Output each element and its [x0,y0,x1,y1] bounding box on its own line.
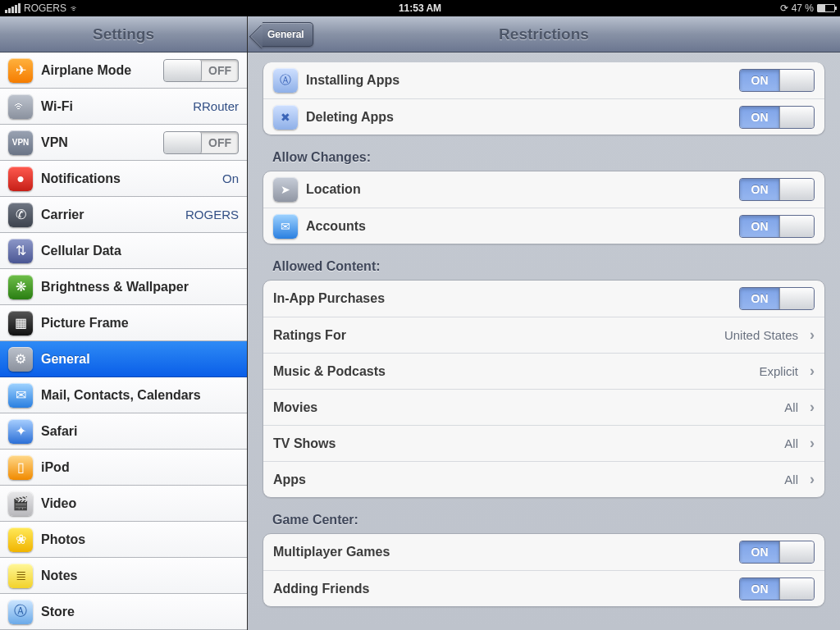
clock: 11:53 AM [399,2,441,14]
sidebar-item-carrier[interactable]: ✆ Carrier ROGERS [0,197,247,233]
cell-installing-apps[interactable]: Ⓐ Installing Apps ON [263,62,824,98]
detail-nav: General Restrictions [248,16,840,52]
store-icon: Ⓐ [8,600,33,624]
chevron-right-icon: › [810,363,815,380]
sidebar-item-notifications[interactable]: ● Notifications On [0,161,247,197]
cell-ratings-for[interactable]: Ratings For United States › [263,317,824,353]
cell-label: In-App Purchases [273,291,731,306]
cell-label: Adding Friends [273,582,731,596]
delete-apps-icon: ✖ [273,105,298,130]
sidebar-item-vpn[interactable]: VPN VPN OFF [0,125,247,161]
toggle-location[interactable]: ON [739,178,815,201]
cell-label: Location [306,182,731,197]
gear-icon: ⚙ [8,347,33,372]
toggle-installing-apps[interactable]: ON [739,69,815,92]
toggle-in-app-purchases[interactable]: ON [739,287,815,310]
battery-percent: 47 % [792,2,814,14]
wifi-settings-icon: ᯤ [8,94,33,119]
cell-music-podcasts[interactable]: Music & Podcasts Explicit › [263,353,824,389]
sidebar-item-label: Cellular Data [41,244,239,258]
cell-label: TV Shows [273,436,776,451]
wifi-value: RRouter [193,99,239,113]
notifications-value: On [222,171,239,185]
cell-multiplayer-games[interactable]: Multiplayer Games ON [263,534,824,570]
sidebar-item-airplane[interactable]: ✈ Airplane Mode OFF [0,52,247,89]
photos-icon: ❀ [8,527,33,552]
cell-in-app-purchases[interactable]: In-App Purchases ON [263,281,824,317]
sidebar-item-brightness[interactable]: ❋ Brightness & Wallpaper [0,269,247,305]
settings-sidebar: Settings ✈ Airplane Mode OFF ᯤ Wi-Fi RRo… [0,16,248,630]
appstore-icon: Ⓐ [273,68,298,93]
cell-value: All [784,436,798,450]
sidebar-item-label: Mail, Contacts, Calendars [41,388,239,403]
cellular-icon: ⇅ [8,239,33,263]
sidebar-item-store[interactable]: Ⓐ Store [0,594,247,630]
sidebar-item-label: iPod [41,460,239,475]
video-icon: 🎬 [8,491,33,516]
cell-movies[interactable]: Movies All › [263,389,824,425]
vpn-toggle[interactable]: OFF [163,131,239,154]
sidebar-item-label: Picture Frame [41,316,239,331]
safari-icon: ✦ [8,419,33,444]
chevron-right-icon: › [810,435,815,452]
accounts-icon: ✉ [273,214,298,239]
cell-label: Accounts [306,219,731,234]
sidebar-item-label: Wi-Fi [41,99,185,114]
sidebar-item-wifi[interactable]: ᯤ Wi-Fi RRouter [0,89,247,125]
status-left: ROGERS ᯤ [5,2,80,15]
cell-label: Movies [273,400,776,415]
sidebar-item-video[interactable]: 🎬 Video [0,486,247,522]
group-game-center: Multiplayer Games ON Adding Friends ON [262,533,825,607]
cell-tv-shows[interactable]: TV Shows All › [263,425,824,461]
cell-location[interactable]: ➤ Location ON [263,171,824,208]
cell-value: Explicit [759,364,798,378]
sidebar-item-mail[interactable]: ✉ Mail, Contacts, Calendars [0,377,247,413]
toggle-accounts[interactable]: ON [739,215,815,238]
ipod-icon: ▯ [8,455,33,480]
sidebar-list[interactable]: ✈ Airplane Mode OFF ᯤ Wi-Fi RRouter VPN … [0,52,247,630]
sidebar-item-label: Video [41,496,239,511]
sidebar-item-notes[interactable]: ≣ Notes [0,558,247,594]
cell-label: Music & Podcasts [273,364,751,379]
group-allow-changes: ➤ Location ON ✉ Accounts ON [262,171,825,244]
sidebar-item-picture-frame[interactable]: ▦ Picture Frame [0,305,247,341]
sidebar-item-safari[interactable]: ✦ Safari [0,413,247,450]
cell-adding-friends[interactable]: Adding Friends ON [263,570,824,606]
cell-value: All [784,472,798,486]
sidebar-item-label: Notifications [41,171,214,186]
cell-value: All [784,400,798,414]
detail-pane: General Restrictions Ⓐ Installing Apps O… [248,16,840,630]
chevron-right-icon: › [810,399,815,416]
sidebar-item-label: Carrier [41,208,177,222]
cell-deleting-apps[interactable]: ✖ Deleting Apps ON [263,98,824,135]
notifications-icon: ● [8,167,33,191]
cell-apps[interactable]: Apps All › [263,461,824,497]
cell-label: Multiplayer Games [273,545,731,559]
wifi-icon: ᯤ [70,2,80,15]
sidebar-item-cellular[interactable]: ⇅ Cellular Data [0,233,247,269]
toggle-multiplayer-games[interactable]: ON [739,541,815,564]
sidebar-item-label: Store [41,605,239,619]
toggle-adding-friends[interactable]: ON [739,578,815,600]
sidebar-item-ipod[interactable]: ▯ iPod [0,450,247,486]
brightness-icon: ❋ [8,275,33,299]
group-allowed-content: In-App Purchases ON Ratings For United S… [262,280,825,498]
back-button-label: General [262,22,313,47]
sidebar-item-photos[interactable]: ❀ Photos [0,522,247,558]
airplane-toggle[interactable]: OFF [163,59,239,82]
header-allowed-content: Allowed Content: [272,259,825,274]
vpn-icon: VPN [8,130,33,155]
back-button[interactable]: General [253,22,313,47]
location-icon: ➤ [273,177,298,202]
cell-accounts[interactable]: ✉ Accounts ON [263,208,824,244]
sidebar-item-general[interactable]: ⚙ General [0,341,247,377]
chevron-right-icon: › [810,326,815,344]
status-bar: ROGERS ᯤ 11:53 AM ⟳ 47 % [0,0,840,16]
cell-label: Ratings For [273,328,716,343]
chevron-right-icon: › [810,471,815,488]
toggle-deleting-apps[interactable]: ON [739,106,815,129]
sidebar-item-label: VPN [41,135,155,150]
cell-label: Apps [273,472,776,487]
detail-content[interactable]: Ⓐ Installing Apps ON ✖ Deleting Apps ON … [248,52,840,630]
cell-value: United States [724,328,798,342]
